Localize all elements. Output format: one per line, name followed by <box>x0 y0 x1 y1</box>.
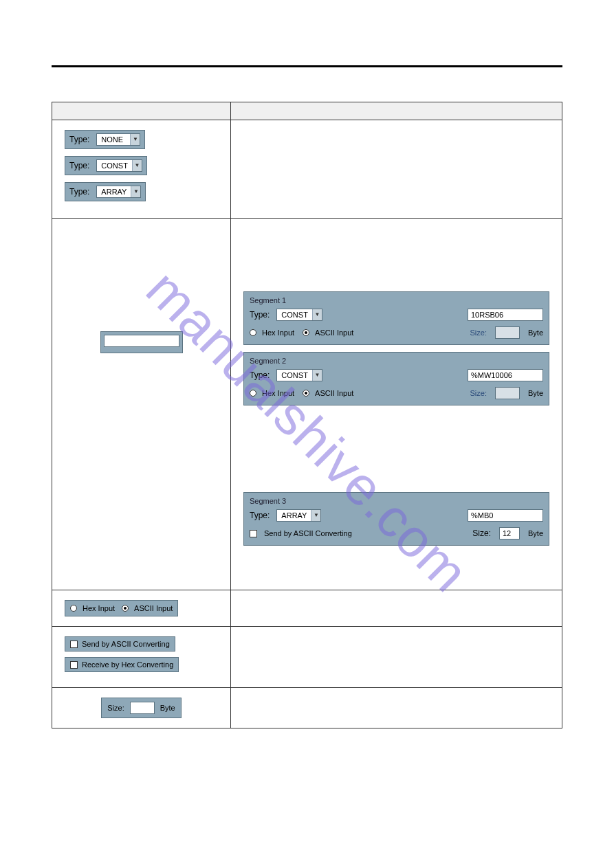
chevron-down-icon[interactable]: ▼ <box>132 160 142 171</box>
segment-2-panel: Segment 2 Type: CONST ▼ %MW10006 <box>243 352 549 405</box>
byte-label: Byte <box>160 704 175 712</box>
seg2-size-input <box>495 387 520 399</box>
type-label: Type: <box>69 161 89 170</box>
seg1-hex-radio[interactable]: Hex Input <box>250 329 294 337</box>
table-header-row <box>52 102 562 120</box>
size-label: Size: <box>107 704 124 712</box>
divider-top <box>52 65 562 67</box>
segment-title: Segment 2 <box>250 357 543 365</box>
byte-label: Byte <box>528 529 543 537</box>
seg1-size-input <box>495 326 520 339</box>
segment-title: Segment 1 <box>250 296 543 304</box>
size-row: Size: Byte <box>101 698 181 718</box>
segment-3-panel: Segment 3 Type: ARRAY ▼ %MB0 <box>243 492 549 546</box>
table-row: Type: NONE ▼ Type: CONST ▼ <box>52 120 562 219</box>
chevron-down-icon[interactable]: ▼ <box>130 134 140 145</box>
type-select-array[interactable]: ARRAY ▼ <box>96 186 141 198</box>
table-row: Send by ASCII Converting Receive by Hex … <box>52 627 562 688</box>
left-text-input[interactable] <box>104 335 179 347</box>
chevron-down-icon[interactable]: ▼ <box>131 186 140 197</box>
seg1-ascii-radio[interactable]: ASCII Input <box>303 329 353 337</box>
size-label: Size: <box>470 389 487 397</box>
type-label: Type: <box>250 310 270 320</box>
receive-hex-checkbox[interactable]: Receive by Hex Converting <box>65 657 179 672</box>
seg2-ascii-radio[interactable]: ASCII Input <box>303 389 353 397</box>
table-row: Size: Byte <box>52 688 562 728</box>
seg3-size-input[interactable]: 12 <box>499 527 520 539</box>
chevron-down-icon[interactable]: ▼ <box>311 510 320 521</box>
table-row: Segment 1 Type: CONST ▼ 10RSB06 <box>52 219 562 590</box>
size-label: Size: <box>470 329 487 337</box>
type-label: Type: <box>250 511 270 520</box>
segment-title: Segment 3 <box>250 497 543 505</box>
type-row-const: Type: CONST ▼ <box>65 156 147 175</box>
chevron-down-icon[interactable]: ▼ <box>312 370 322 381</box>
left-text-wrapper <box>100 331 183 353</box>
byte-label: Byte <box>528 329 543 337</box>
segment-1-panel: Segment 1 Type: CONST ▼ 10RSB06 <box>243 291 549 345</box>
send-ascii-checkbox[interactable]: Send by ASCII Converting <box>65 636 175 652</box>
ascii-radio[interactable]: ASCII Input <box>122 604 173 612</box>
hex-ascii-row: Hex Input ASCII Input <box>65 600 178 616</box>
seg1-value-input[interactable]: 10RSB06 <box>468 309 543 321</box>
type-row-array: Type: ARRAY ▼ <box>65 182 146 201</box>
type-select-const[interactable]: CONST ▼ <box>96 159 142 172</box>
size-label: Size: <box>472 528 491 538</box>
seg2-hex-radio[interactable]: Hex Input <box>250 389 294 397</box>
type-label: Type: <box>250 370 270 380</box>
table-row: Hex Input ASCII Input <box>52 590 562 627</box>
seg2-type-select[interactable]: CONST ▼ <box>276 369 322 381</box>
type-row-none: Type: NONE ▼ <box>65 130 145 149</box>
chevron-down-icon[interactable]: ▼ <box>312 309 322 320</box>
seg3-type-select[interactable]: ARRAY ▼ <box>276 509 321 522</box>
byte-label: Byte <box>528 389 543 397</box>
hex-radio[interactable]: Hex Input <box>70 604 115 612</box>
seg3-conv-checkbox[interactable]: Send by ASCII Converting <box>250 529 352 537</box>
seg3-value-input[interactable]: %MB0 <box>468 509 543 522</box>
type-label: Type: <box>69 187 89 197</box>
seg2-value-input[interactable]: %MW10006 <box>468 369 543 381</box>
type-label: Type: <box>69 135 89 144</box>
seg1-type-select[interactable]: CONST ▼ <box>276 309 322 321</box>
main-table: Type: NONE ▼ Type: CONST ▼ <box>52 102 562 728</box>
type-select-none[interactable]: NONE ▼ <box>96 133 140 146</box>
size-input[interactable] <box>130 702 155 714</box>
